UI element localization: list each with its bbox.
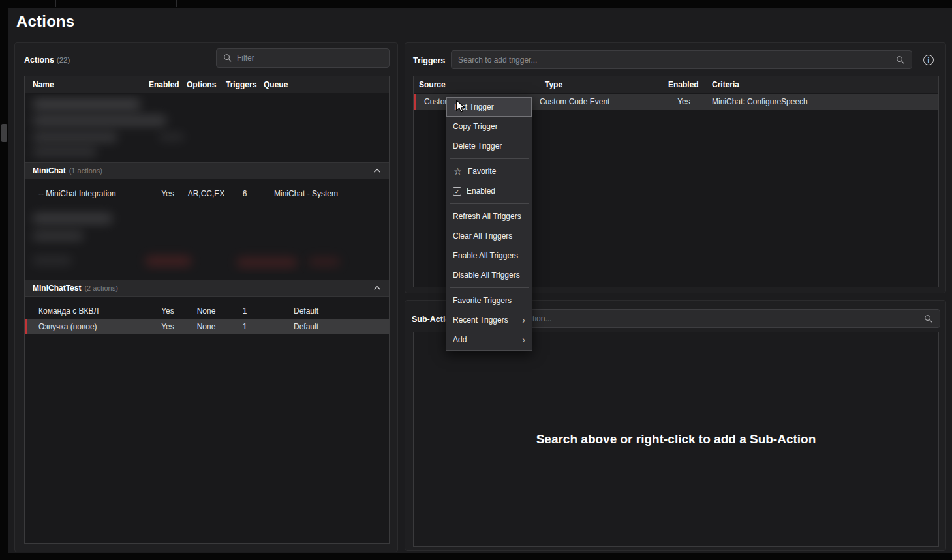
menu-item-enabled[interactable]: ✓Enabled	[446, 181, 532, 201]
redacted-rows	[25, 204, 389, 274]
redacted-text	[33, 132, 117, 142]
background-tab-divider	[55, 0, 56, 7]
action-triggers: 1	[226, 322, 264, 331]
actions-panel: Actions(22) Name Enabled Options Trigger…	[14, 42, 398, 552]
search-icon	[896, 55, 905, 65]
trigger-search-box	[451, 50, 912, 69]
search-icon	[223, 53, 232, 63]
column-triggers: Triggers	[226, 80, 264, 89]
actions-filter-input[interactable]	[237, 53, 382, 63]
action-row-komanda[interactable]: Команда с ВКВЛ Yes None 1 Default	[25, 303, 389, 319]
subactions-empty-message: Search above or right-click to add a Sub…	[536, 432, 816, 447]
trigger-context-menu: Test Trigger Copy Trigger Delete Trigger…	[446, 96, 532, 351]
top-edge	[0, 0, 952, 8]
redacted-text	[33, 147, 97, 156]
action-options: AR,CC,EX	[187, 189, 226, 198]
actions-table-header: Name Enabled Options Triggers Queue	[25, 76, 389, 93]
menu-item-recent-triggers[interactable]: Recent Triggers›	[446, 310, 532, 330]
redacted-text	[33, 231, 84, 241]
action-options: None	[187, 306, 226, 316]
background-window-fragment	[1, 124, 7, 142]
star-icon: ☆	[453, 167, 463, 176]
menu-separator	[450, 287, 529, 288]
redacted-text	[33, 213, 112, 224]
action-enabled: Yes	[149, 189, 187, 198]
menu-item-label: Favorite	[468, 167, 496, 176]
trigger-search-input[interactable]	[458, 55, 891, 65]
action-row-ozvuchka-selected[interactable]: Озвучка (новое) Yes None 1 Default	[25, 319, 389, 334]
actions-panel-title-text: Actions	[24, 55, 54, 65]
action-options: None	[187, 322, 226, 331]
redacted-rows	[25, 94, 389, 162]
action-queue: Default	[264, 306, 348, 316]
trigger-criteria: MiniChat: ConfigureSpeech	[705, 97, 938, 106]
action-name: Озвучка (новое)	[25, 322, 149, 331]
actions-table: Name Enabled Options Triggers Queue Mini…	[24, 76, 390, 544]
action-queue: Default	[264, 322, 348, 331]
trigger-enabled: Yes	[663, 97, 705, 106]
menu-item-label: Enabled	[467, 186, 495, 196]
triggers-panel-title-text: Triggers	[413, 56, 445, 65]
column-queue: Queue	[264, 80, 348, 89]
chevron-up-icon	[373, 286, 381, 291]
selected-row-indicator	[25, 319, 27, 334]
menu-item-label: Recent Triggers	[453, 316, 508, 325]
column-source: Source	[414, 80, 540, 89]
menu-item-label: Disable All Triggers	[453, 271, 520, 280]
action-triggers: 6	[226, 189, 264, 198]
trigger-type: Custom Code Event	[540, 97, 663, 106]
search-icon	[924, 314, 933, 323]
action-name: Команда с ВКВЛ	[25, 306, 149, 316]
redacted-text	[33, 115, 166, 126]
redacted-text	[33, 99, 140, 110]
group-count: (2 actions)	[84, 284, 117, 292]
checkbox-checked-icon: ✓	[453, 187, 461, 196]
menu-item-favorite-triggers[interactable]: Favorite Triggers	[446, 291, 532, 310]
menu-separator	[450, 203, 529, 204]
group-count: (1 actions)	[69, 167, 102, 175]
column-name: Name	[25, 80, 149, 89]
action-row-minichat-integration[interactable]: -- MiniChat Integration Yes AR,CC,EX 6 M…	[25, 186, 389, 201]
menu-item-label: Favorite Triggers	[453, 296, 512, 305]
left-edge	[0, 0, 8, 560]
redacted-text	[159, 133, 185, 141]
action-queue: MiniChat - System	[264, 189, 348, 198]
triggers-table-header: Source Type Enabled Criteria	[414, 76, 938, 93]
page-title: Actions	[16, 12, 74, 31]
action-enabled: Yes	[149, 322, 187, 331]
submenu-arrow-icon: ›	[522, 316, 525, 325]
info-icon[interactable]: i	[923, 55, 934, 65]
menu-item-delete-trigger[interactable]: Delete Trigger	[446, 136, 532, 156]
menu-separator	[450, 158, 529, 159]
menu-item-disable-all-triggers[interactable]: Disable All Triggers	[446, 265, 532, 285]
menu-item-favorite[interactable]: ☆Favorite	[446, 162, 532, 181]
menu-item-label: Enable All Triggers	[453, 251, 518, 260]
redacted-text	[33, 256, 72, 265]
group-header-minichattest[interactable]: MiniChatTest (2 actions)	[25, 280, 389, 297]
column-options: Options	[187, 80, 226, 89]
submenu-arrow-icon: ›	[522, 335, 525, 344]
column-enabled: Enabled	[149, 80, 187, 89]
actions-filter-box	[216, 48, 390, 68]
subactions-drop-area[interactable]: Search above or right-click to add a Sub…	[413, 332, 939, 547]
menu-item-enable-all-triggers[interactable]: Enable All Triggers	[446, 246, 532, 265]
menu-item-add[interactable]: Add›	[446, 330, 532, 349]
menu-item-label: Refresh All Triggers	[453, 212, 521, 221]
bottom-edge	[0, 553, 952, 560]
menu-item-label: Clear All Triggers	[453, 231, 512, 241]
action-name: -- MiniChat Integration	[25, 189, 149, 198]
redacted-text	[237, 258, 297, 267]
actions-count: (22)	[57, 56, 70, 64]
group-header-minichat[interactable]: MiniChat (1 actions)	[25, 162, 389, 179]
triggers-panel-title: Triggers	[413, 56, 445, 65]
menu-item-label: Copy Trigger	[453, 122, 498, 131]
menu-item-copy-trigger[interactable]: Copy Trigger	[446, 117, 532, 136]
actions-panel-title: Actions(22)	[24, 55, 70, 65]
column-type: Type	[540, 80, 663, 89]
menu-item-refresh-all-triggers[interactable]: Refresh All Triggers	[446, 207, 532, 226]
redacted-text	[146, 256, 191, 266]
action-enabled: Yes	[149, 306, 187, 316]
action-triggers: 1	[226, 306, 264, 316]
redacted-text	[309, 258, 340, 266]
menu-item-clear-all-triggers[interactable]: Clear All Triggers	[446, 226, 532, 246]
